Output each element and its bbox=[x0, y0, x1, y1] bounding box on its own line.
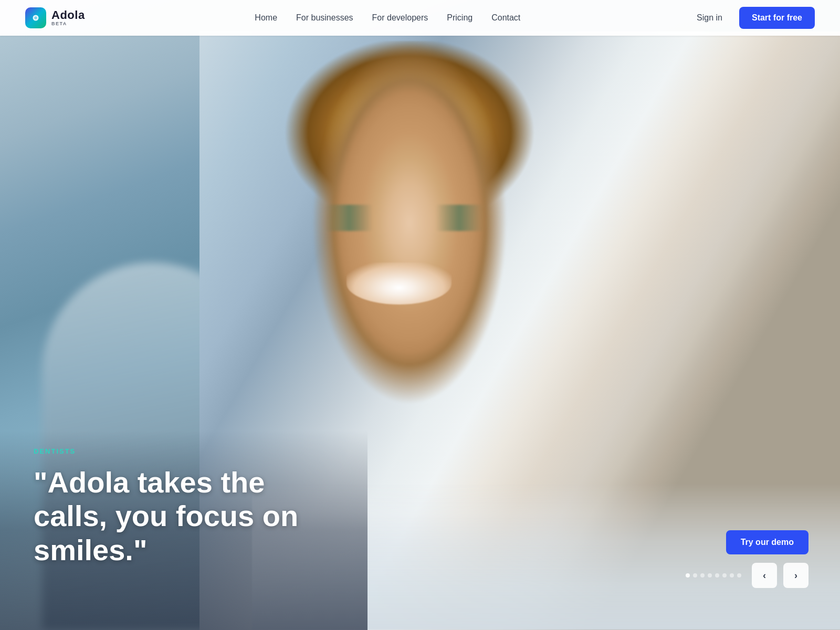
navbar: Adola BETA Home For businesses For devel… bbox=[0, 0, 840, 36]
logo[interactable]: Adola BETA bbox=[25, 7, 85, 28]
hero-content: DENTISTS "Adola takes the calls, you foc… bbox=[34, 447, 338, 567]
start-free-button[interactable]: Start for free bbox=[739, 7, 815, 29]
sign-in-button[interactable]: Sign in bbox=[690, 9, 729, 27]
portrait-eyes bbox=[326, 205, 483, 231]
nav-link-businesses[interactable]: For businesses bbox=[296, 13, 353, 22]
nav-link-home[interactable]: Home bbox=[255, 13, 277, 22]
nav-link-developers[interactable]: For developers bbox=[372, 13, 428, 22]
slide-prev-button[interactable]: ‹ bbox=[752, 563, 777, 588]
dot-4 bbox=[708, 573, 712, 578]
slide-navigation: ‹ › bbox=[686, 563, 808, 588]
portrait-smile bbox=[346, 262, 452, 304]
dot-8 bbox=[737, 573, 741, 578]
nav-item-home[interactable]: Home bbox=[255, 13, 277, 23]
nav-item-businesses[interactable]: For businesses bbox=[296, 13, 353, 23]
svg-point-1 bbox=[34, 16, 37, 19]
nav-link-contact[interactable]: Contact bbox=[491, 13, 520, 22]
dot-3 bbox=[700, 573, 705, 578]
hero-controls: Try our demo ‹ › bbox=[686, 530, 808, 588]
logo-text: Adola BETA bbox=[51, 9, 85, 26]
hero-category-label: DENTISTS bbox=[34, 447, 338, 455]
nav-item-contact[interactable]: Contact bbox=[491, 13, 520, 23]
portrait-face bbox=[284, 42, 536, 472]
slide-dots bbox=[686, 573, 741, 578]
brand-name: Adola bbox=[51, 9, 85, 21]
try-demo-button[interactable]: Try our demo bbox=[726, 530, 808, 554]
slide-next-button[interactable]: › bbox=[783, 563, 808, 588]
dot-1 bbox=[686, 573, 690, 578]
nav-link-pricing[interactable]: Pricing bbox=[447, 13, 472, 22]
logo-icon bbox=[25, 7, 46, 28]
nav-item-developers[interactable]: For developers bbox=[372, 13, 428, 23]
nav-item-pricing[interactable]: Pricing bbox=[447, 13, 472, 23]
dot-2 bbox=[693, 573, 697, 578]
dot-7 bbox=[730, 573, 734, 578]
dot-6 bbox=[722, 573, 727, 578]
nav-links: Home For businesses For developers Prici… bbox=[255, 13, 520, 23]
brand-beta: BETA bbox=[51, 22, 85, 26]
hero-quote: "Adola takes the calls, you focus on smi… bbox=[34, 466, 338, 567]
dot-5 bbox=[715, 573, 719, 578]
hero-section: DENTISTS "Adola takes the calls, you foc… bbox=[0, 0, 840, 630]
nav-actions: Sign in Start for free bbox=[690, 7, 815, 29]
